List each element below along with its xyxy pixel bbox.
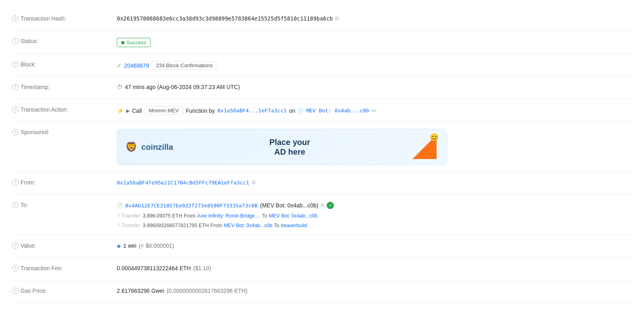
transaction-action-row: ? Transaction Action: ⚡ ▶ Call Mmmm MEV … (12, 99, 632, 122)
gas-price-label-col: ? Gas Price: (12, 287, 117, 294)
to-row: ? To: 📄 0x4Ab12E7CE31857Ee022f273e8580F7… (12, 195, 632, 235)
block-label-col: ? Block: (12, 60, 117, 68)
value-label-col: ? Value: (12, 242, 117, 249)
transaction-action-label-col: ? Transaction Action: (12, 106, 117, 113)
transfer-1-from-label: From (184, 213, 195, 219)
transaction-detail-container: ? Transaction Hash: 0x2619570088683e6cc3… (0, 0, 644, 311)
status-badge: Success (117, 38, 151, 47)
transfer-1-to-label: To (262, 213, 267, 219)
value-row: ? Value: ◆ 1 wei (< $0.000001) (12, 235, 632, 258)
lightning-icon: ⚡ (117, 108, 124, 114)
to-mev-label: (MEV Bot: 0x4ab...c0b) (260, 202, 319, 209)
status-value-col: Success (117, 37, 632, 47)
transfer-2-to-label: To (274, 223, 279, 228)
from-address-link[interactable]: 0x1a56aBF4...1eFfa3cc1 (217, 108, 287, 114)
transfer-2-to-link[interactable]: beaverbuild (281, 223, 307, 228)
timestamp-value: 47 mins ago (Aug-06-2024 09:37:23 AM UTC… (125, 84, 240, 90)
mmmm-mev-badge: Mmmm MEV (144, 106, 183, 115)
on-text: on (289, 108, 296, 114)
transfer-row-1: └ Transfer 3,996.09375 ETH From Axie Inf… (117, 213, 318, 219)
to-address-line: 📄 0x4Ab12E7CE31857Ee022f273e8580F73335a7… (117, 202, 334, 209)
help-icon-value[interactable]: ? (12, 242, 19, 249)
transfer-1-from-link[interactable]: Axie Infinity: Ronin Bridge ... (197, 213, 260, 219)
help-icon-block[interactable]: ? (12, 61, 19, 68)
from-value-col: 0x1a56aBF4fe95e21C1704cBd5FFc79EA1eFfa3c… (117, 178, 632, 186)
value-value-col: ◆ 1 wei (< $0.000001) (117, 242, 632, 249)
help-icon-from[interactable]: ? (12, 179, 19, 186)
value-label: Value: (21, 242, 36, 249)
help-icon-to[interactable]: ? (12, 202, 19, 208)
copy-from-address-button[interactable]: ⧉ (252, 179, 255, 186)
from-label: From: (21, 179, 35, 186)
timestamp-label: Timestamp: (21, 84, 50, 90)
transaction-hash-label-col: ? Transaction Hash: (12, 14, 117, 22)
block-label: Block: (21, 61, 36, 68)
sponsored-label: Sponsored: (21, 129, 50, 135)
block-confirmations-badge: 234 Block Confirmations (151, 61, 217, 70)
ad-banner[interactable]: 🦁 coinzilla Place your AD here 😊 (117, 129, 447, 165)
fee-usd: ($1.10) (193, 265, 211, 271)
copy-to-address-button[interactable]: ⧉ (321, 202, 324, 209)
to-contract-link[interactable]: MEV Bot: 0x4ab...c0b (306, 108, 369, 114)
timestamp-value-col: ⏱ 47 mins ago (Aug-06-2024 09:37:23 AM U… (117, 83, 632, 90)
transaction-hash-value-col: 0x2619570088683e6cc3a38d93c3d98899e57838… (117, 14, 632, 22)
sponsored-value-col: 🦁 coinzilla Place your AD here 😊 (117, 128, 632, 165)
help-icon-fee[interactable]: ? (12, 265, 19, 271)
transaction-fee-label-col: ? Transaction Fee: (12, 264, 117, 271)
block-number-link[interactable]: 20468679 (124, 62, 149, 69)
status-label-col: ? Status: (12, 37, 117, 44)
sponsored-label-col: ? Sponsored: (12, 128, 117, 135)
to-label: To: (21, 202, 28, 208)
function-by-text: Function by (186, 108, 215, 114)
coinzilla-logo-icon: 🦁 (125, 141, 137, 153)
eth-diamond-icon: ◆ (117, 243, 121, 249)
fee-eth-amount: 0.00044​97381132​22464 ETH (117, 265, 191, 271)
transaction-fee-row: ? Transaction Fee: 0.00044​97381132​2246… (12, 258, 632, 280)
transfer-1-amount: 3,996.09375 ETH (143, 213, 182, 219)
ad-decoration: 😊 (406, 133, 439, 161)
block-row: ? Block: ✓ 20468679 234 Block Confirmati… (12, 54, 632, 77)
ad-line1: Place your (269, 137, 310, 147)
to-label-col: ? To: (12, 201, 117, 208)
help-icon-status[interactable]: ? (12, 38, 19, 44)
transaction-hash-label: Transaction Hash: (21, 15, 66, 22)
gas-gwei-value: 2.617663296 Gwei (117, 288, 164, 294)
value-usd: (< $0.000001) (139, 242, 174, 249)
sponsored-row: ? Sponsored: 🦁 coinzilla Place your AD h… (12, 122, 632, 172)
from-address-full-link[interactable]: 0x1a56aBF4fe95e21C1704cBd5FFc79EA1eFfa3c… (117, 180, 249, 186)
from-label-col: ? From: (12, 178, 117, 186)
status-row: ? Status: Success (12, 31, 632, 54)
transfer-2-from-link[interactable]: MEV Bot: 0x4ab...c0b (224, 223, 272, 228)
gas-price-row: ? Gas Price: 2.617663296 Gwei (0.0000000… (12, 280, 632, 303)
from-row: ? From: 0x1a56aBF4fe95e21C1704cBd5FFc79E… (12, 172, 632, 195)
arrow-icon: ▶ (126, 108, 130, 114)
transaction-fee-value-col: 0.00044​97381132​22464 ETH ($1.10) (117, 264, 632, 271)
value-amount: 1 wei (123, 242, 137, 249)
gas-price-label: Gas Price: (21, 288, 47, 294)
help-icon-timestamp[interactable]: ? (12, 84, 19, 90)
help-icon-gas[interactable]: ? (12, 288, 19, 294)
transaction-action-label: Transaction Action: (21, 106, 68, 113)
help-icon-action[interactable]: ? (12, 106, 19, 113)
copy-hash-button[interactable]: ⧉ (335, 15, 339, 22)
timestamp-row: ? Timestamp: ⏱ 47 mins ago (Aug-06-2024 … (12, 77, 632, 99)
timestamp-label-col: ? Timestamp: (12, 83, 117, 90)
transfer-row-2: └ Transfer 3.99609326607782179​5 ETH Fro… (117, 223, 307, 228)
help-icon-sponsored[interactable]: ? (12, 129, 19, 135)
coinzilla-left: 🦁 coinzilla (125, 141, 173, 153)
transfer-1-to-link[interactable]: MEV Bot: 0x4ab...c0b (269, 213, 318, 219)
edit-pencil-icon[interactable]: ✏ (372, 108, 377, 114)
status-label: Status: (21, 38, 38, 44)
help-icon-tx-hash[interactable]: ? (12, 15, 19, 22)
transaction-fee-label: Transaction Fee: (21, 265, 63, 271)
ad-middle-text: Place your AD here (269, 137, 310, 157)
transaction-hash-row: ? Transaction Hash: 0x2619570088683e6cc3… (12, 8, 632, 31)
call-text: Call (132, 108, 142, 114)
success-dot-icon (121, 41, 124, 44)
coinzilla-brand-text: coinzilla (141, 143, 173, 152)
to-verified-icon: ✓ (327, 202, 334, 209)
transfer-2-from-label: From (210, 223, 222, 228)
emoji-face-icon: 😊 (430, 133, 439, 142)
transaction-action-value-col: ⚡ ▶ Call Mmmm MEV Function by 0x1a56aBF4… (117, 106, 632, 115)
to-address-full-link[interactable]: 0x4Ab12E7CE31857Ee022f273e8580F73335a73c… (125, 203, 258, 209)
